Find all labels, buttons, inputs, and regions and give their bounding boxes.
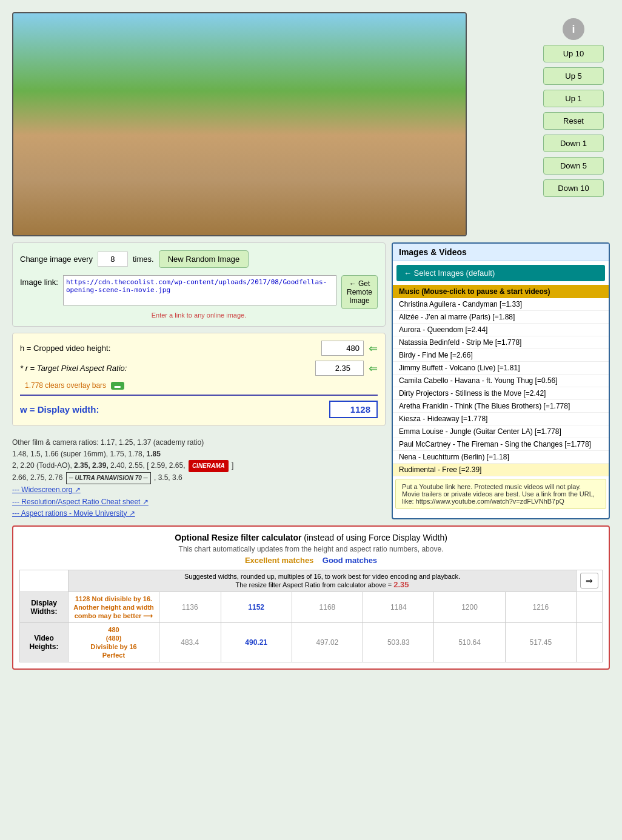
height-50383: 503.83 — [363, 622, 434, 662]
select-images-button[interactable]: ← Select Images (default) — [396, 265, 605, 281]
display-widths-label: DisplayWidths: — [20, 592, 69, 622]
width-main-cell: 1128 Not divisible by 16. Another height… — [69, 592, 159, 622]
w-label: w = Display width: — [20, 404, 324, 415]
header-ratio: 2.35 — [393, 580, 409, 589]
width-1152: 1152 — [221, 592, 292, 622]
music-item[interactable]: Kiesza - Hideaway [=1.778] — [393, 413, 609, 425]
resize-subtitle: This chart automatically updates from th… — [19, 545, 603, 553]
up1-button[interactable]: Up 1 — [543, 90, 604, 107]
resize-table: Suggested widths, rounded up, multiples … — [19, 570, 603, 662]
height-51064: 510.64 — [434, 622, 505, 662]
music-item[interactable]: Rudimental - Free [=2.39] — [393, 464, 609, 476]
music-header: Music (Mouse-click to pause & start vide… — [393, 285, 609, 298]
height-main-cell: 480(480)Divisible by 16Perfect — [69, 622, 159, 662]
height-49021: 490.21 — [221, 622, 292, 662]
h-row: h = Cropped video height: ⇐ — [20, 341, 378, 356]
music-item[interactable]: Christina Aguilera - Candyman [=1.33] — [393, 298, 609, 311]
youtube-note: Put a Youtube link here. Protected music… — [395, 479, 606, 509]
ratios-line2: 1.48, 1.5, 1.66 (super 16mm), 1.75, 1.78… — [12, 448, 386, 460]
panavision-logo: ─ ULTRA PANAVISION 70 ─ — [66, 472, 151, 484]
down10-button[interactable]: Down 10 — [543, 179, 604, 197]
main-container: i Up 10 Up 5 Up 1 Reset Down 1 Down 5 Do… — [6, 6, 616, 676]
music-item[interactable]: Nena - Leuchtturm (Berlin) [=1.18] — [393, 451, 609, 464]
h-arrow-icon: ⇐ — [369, 342, 378, 355]
main-image — [12, 12, 467, 236]
ratios-line3: 2, 2.20 (Todd-AO), 2.35, 2.39, 2.40, 2.5… — [12, 460, 386, 472]
images-videos-title: Images & Videos — [393, 244, 609, 261]
image-controls-row: Change image every times. New Random Ima… — [20, 250, 378, 268]
header-empty — [20, 570, 69, 592]
r-label: * r = Target Pixel Aspect Ratio: — [20, 364, 310, 373]
side-controls: i Up 10 Up 5 Up 1 Reset Down 1 Down 5 Do… — [537, 12, 610, 236]
arrow-right-button[interactable]: ⇒ — [580, 573, 598, 588]
r-row: * r = Target Pixel Aspect Ratio: ⇐ — [20, 361, 378, 376]
width-1136: 1136 — [159, 592, 221, 622]
music-item[interactable]: Camila Cabello - Havana - ft. Young Thug… — [393, 375, 609, 387]
movie-university-link[interactable]: --- Aspect rations - Movie University ↗ — [12, 509, 135, 518]
interval-suffix: times. — [133, 255, 154, 264]
height-main-value: 480(480)Divisible by 16Perfect — [90, 626, 136, 659]
header-row: Suggested widths, rounded up, multiples … — [20, 570, 603, 592]
music-item[interactable]: Emma Louise - Jungle (Guitar Center LA) … — [393, 425, 609, 438]
image-link-input[interactable]: https://cdn.thecoolist.com/wp-content/up… — [63, 275, 336, 305]
music-list: Christina Aguilera - Candyman [=1.33]Ali… — [393, 298, 609, 476]
music-item[interactable]: Natassia Bedinfeld - Strip Me [=1.778] — [393, 336, 609, 349]
display-widths-row: DisplayWidths: 1128 Not divisible by 16.… — [20, 592, 603, 622]
music-item[interactable]: Paul McCartney - The Fireman - Sing the … — [393, 438, 609, 451]
width-main-value: 1128 Not divisible by 16. Another height… — [73, 595, 154, 619]
music-item[interactable]: Aurora - Queendom [=2.44] — [393, 324, 609, 336]
r-arrow-icon: ⇐ — [369, 362, 378, 375]
ratios-line1: Other film & camera ratios: 1.17, 1.25, … — [12, 437, 386, 448]
overlay-note: 1.778 clears overlay bars — [25, 381, 106, 390]
width-1200: 1200 — [434, 592, 505, 622]
good-matches-label: Good matches — [323, 556, 377, 565]
music-item[interactable]: Jimmy Buffett - Volcano (Live) [=1.81] — [393, 362, 609, 375]
up10-button[interactable]: Up 10 — [543, 45, 604, 62]
height-4834: 483.4 — [159, 622, 221, 662]
image-placeholder — [13, 13, 466, 235]
get-remote-image-button[interactable]: ← GetRemoteImage — [341, 275, 378, 309]
aspect-panel: h = Cropped video height: ⇐ * r = Target… — [12, 333, 386, 426]
middle-section: Change image every times. New Random Ima… — [12, 242, 610, 519]
header-cell: Suggested widths, rounded up, multiples … — [69, 570, 577, 592]
music-item[interactable]: Aretha Franklin - Think (The Blues Broth… — [393, 400, 609, 413]
excellent-matches-label: Excellent matches — [245, 556, 313, 565]
arrow-btn-cell: ⇒ — [577, 570, 603, 592]
down1-button[interactable]: Down 1 — [543, 135, 604, 152]
music-item[interactable]: Alizée - J'en ai marre (Paris) [=1.88] — [393, 311, 609, 324]
width-1168: 1168 — [292, 592, 363, 622]
music-item[interactable]: Birdy - Find Me [=2.66] — [393, 349, 609, 362]
resolution-cheat-sheet-link[interactable]: --- Resolution/Aspect Ratio Cheat sheet … — [12, 498, 149, 506]
interval-label: Change image every — [20, 255, 93, 264]
up5-button[interactable]: Up 5 — [543, 67, 604, 85]
new-random-image-button[interactable]: New Random Image — [159, 250, 249, 268]
widescreen-link[interactable]: --- Widescreen.org ↗ — [12, 485, 81, 494]
ratios-info: Other film & camera ratios: 1.17, 1.25, … — [12, 437, 386, 519]
left-panel: Change image every times. New Random Ima… — [12, 242, 386, 327]
image-link-label: Image link: — [20, 275, 58, 287]
width-1216: 1216 — [505, 592, 576, 622]
ratios-line4: 2.66, 2.75, 2.76 ─ ULTRA PANAVISION 70 ─… — [12, 472, 386, 484]
reset-button[interactable]: Reset — [543, 112, 604, 130]
h-input[interactable] — [321, 341, 364, 356]
down5-button[interactable]: Down 5 — [543, 157, 604, 175]
resize-calc-title: Optional Resize filter calculator (inste… — [19, 533, 603, 542]
image-area — [12, 12, 531, 236]
r-input[interactable] — [315, 361, 364, 376]
top-section: i Up 10 Up 5 Up 1 Reset Down 1 Down 5 Do… — [12, 12, 610, 236]
height-49702: 497.02 — [292, 622, 363, 662]
images-videos-panel: Images & Videos ← Select Images (default… — [392, 242, 610, 519]
w-value: 1128 — [329, 401, 378, 418]
height-51745: 517.45 — [505, 622, 576, 662]
matches-row: Excellent matches Good matches — [19, 556, 603, 565]
h-label: h = Cropped video height: — [20, 344, 316, 353]
cinerama-logo: CINERAMA — [189, 460, 229, 472]
music-item[interactable]: Dirty Projectors - Stillness is the Move… — [393, 387, 609, 400]
video-heights-row: VideoHeights: 480(480)Divisible by 16Per… — [20, 622, 603, 662]
info-icon[interactable]: i — [563, 18, 584, 40]
interval-input[interactable] — [98, 252, 128, 267]
resize-calculator: Optional Resize filter calculator (inste… — [12, 525, 610, 670]
video-heights-label: VideoHeights: — [20, 622, 69, 662]
image-link-row: Image link: https://cdn.thecoolist.com/w… — [20, 275, 378, 309]
hint-text: Enter a link to any online image. — [20, 312, 378, 319]
